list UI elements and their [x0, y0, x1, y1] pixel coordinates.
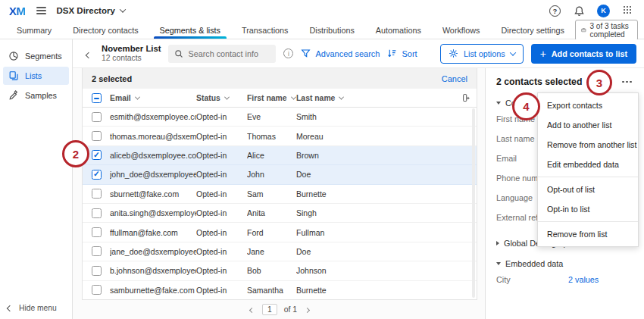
menu-item-add-to-another-list[interactable]: Add to another list — [538, 115, 638, 135]
gear-icon — [449, 48, 458, 58]
page-number[interactable]: 1 — [262, 304, 277, 315]
column-header-last-name[interactable]: Last name — [296, 94, 454, 102]
help-icon[interactable]: ? — [549, 5, 561, 17]
notifications-bell-icon[interactable] — [572, 4, 586, 17]
row-checkbox[interactable] — [92, 189, 102, 199]
row-checkbox[interactable] — [92, 170, 102, 180]
tab-directory-settings[interactable]: Directory settings — [490, 21, 574, 39]
section-embedded-data[interactable]: Embedded data — [496, 259, 633, 268]
row-checkbox[interactable] — [92, 246, 102, 256]
user-avatar[interactable]: K — [597, 5, 610, 17]
sidebar-item-label: Segments — [25, 52, 62, 61]
advanced-search-button[interactable]: Advanced search — [301, 48, 380, 58]
row-checkbox[interactable] — [92, 285, 102, 295]
cell-first-name: Alice — [247, 151, 296, 160]
add-contacts-label: Add contacts to list — [552, 49, 627, 58]
directory-name: DSX Directory — [57, 6, 115, 15]
add-column-icon[interactable] — [454, 93, 477, 103]
row-checkbox[interactable] — [92, 208, 102, 218]
next-page-button[interactable] — [304, 304, 311, 315]
table-row[interactable]: jane_doe@dsxemployee....Opted-inJaneDoe — [83, 242, 477, 261]
row-checkbox[interactable] — [92, 150, 102, 160]
cell-last-name: Singh — [296, 208, 454, 217]
tab-summary[interactable]: Summary — [6, 21, 62, 39]
table-row[interactable]: sburnett@fake.comOpted-inSamBurnette — [83, 185, 477, 204]
cell-email: jane_doe@dsxemployee.... — [110, 247, 196, 256]
cell-status: Opted-in — [196, 247, 247, 256]
cell-email: aliceb@dsxemployee.com — [110, 151, 196, 160]
cell-last-name: Burnette — [296, 189, 454, 199]
tab-segments-lists[interactable]: Segments & lists — [149, 21, 231, 39]
table-row[interactable]: anita.singh@dsxemployee...Opted-inAnitaS… — [83, 204, 477, 223]
contact-details-panel: 2 contacts selected Contact fields First… — [485, 68, 644, 319]
row-checkbox[interactable] — [92, 227, 102, 237]
table-row[interactable]: samburnette@fake.comOpted-inSamanthaBurn… — [83, 281, 477, 300]
annotation-circle-2: 2 — [62, 140, 89, 167]
sidebar-item-segments[interactable]: Segments — [3, 47, 69, 65]
column-header-first-name[interactable]: First name — [247, 94, 296, 102]
more-options-icon[interactable] — [621, 78, 633, 86]
table-scrollbar[interactable] — [472, 108, 475, 298]
table-row[interactable]: thomas.moreau@dsxempl...Opted-inThomasMo… — [83, 127, 477, 145]
lists-icon — [8, 70, 19, 81]
triangle-down-icon — [496, 262, 501, 265]
search-icon — [174, 49, 183, 58]
cell-email: samburnette@fake.com — [110, 286, 196, 295]
row-checkbox[interactable] — [92, 112, 102, 122]
search-input[interactable]: Search contact info — [168, 45, 276, 63]
sidebar-item-samples[interactable]: Samples — [3, 86, 69, 105]
chevron-down-icon — [509, 49, 515, 55]
menu-item-edit-embedded-data[interactable]: Edit embedded data — [538, 155, 638, 174]
directory-switcher[interactable]: DSX Directory — [57, 6, 125, 15]
menu-item-remove-from-another-list[interactable]: Remove from another list — [538, 135, 638, 155]
samples-icon — [8, 90, 19, 101]
tab-distributions[interactable]: Distributions — [299, 21, 364, 39]
embedded-data-value-link[interactable]: 2 values — [568, 275, 599, 284]
cancel-selection-link[interactable]: Cancel — [442, 74, 467, 83]
hamburger-menu-icon[interactable] — [35, 5, 48, 16]
table-row[interactable]: b.johnson@dsxemployee....Opted-inBobJohn… — [83, 261, 477, 280]
search-placeholder: Search contact info — [188, 49, 258, 58]
cell-first-name: John — [247, 170, 296, 179]
triangle-right-icon — [496, 241, 499, 246]
hide-menu-button[interactable]: Hide menu — [8, 304, 57, 312]
top-right-icons: ? K — [549, 4, 635, 17]
back-button[interactable] — [83, 44, 94, 64]
sidebar-item-lists[interactable]: Lists — [3, 67, 69, 85]
apps-grid-icon[interactable] — [621, 4, 635, 17]
menu-item-remove-from-list[interactable]: Remove from list — [538, 224, 638, 244]
sort-button[interactable]: Sort — [387, 48, 417, 58]
sidebar-item-label: Samples — [25, 91, 57, 100]
table-row[interactable]: ffullman@fake.comOpted-inFordFullman — [83, 223, 477, 242]
row-checkbox[interactable] — [92, 131, 102, 141]
tab-transactions[interactable]: Transactions — [231, 21, 299, 39]
table-row[interactable]: john_doe@dsxemployee....Opted-inJohnDoe — [83, 165, 477, 184]
xm-logo: XM — [9, 5, 26, 17]
tab-workflows[interactable]: Workflows — [432, 21, 491, 39]
table-row[interactable]: aliceb@dsxemployee.comOpted-inAliceBrown — [83, 146, 477, 165]
column-header-status[interactable]: Status — [196, 94, 247, 102]
column-header-email[interactable]: Email — [110, 94, 196, 102]
tab-directory-contacts[interactable]: Directory contacts — [62, 21, 148, 39]
cell-email: ffullman@fake.com — [110, 228, 196, 237]
tasks-completed-badge[interactable]: 3 of 3 tasks completed — [575, 20, 638, 41]
cell-first-name: Ford — [247, 228, 296, 237]
menu-group: Export contactsAdd to another listRemove… — [538, 93, 638, 177]
add-contacts-button[interactable]: + Add contacts to list — [531, 44, 636, 64]
select-all-checkbox[interactable] — [92, 93, 102, 103]
cell-first-name: Bob — [247, 266, 296, 275]
tab-automations[interactable]: Automations — [365, 21, 432, 39]
menu-item-opt-out-of-list[interactable]: Opt-out of list — [538, 180, 638, 199]
cell-status: Opted-in — [196, 286, 247, 295]
cell-status: Opted-in — [196, 112, 247, 121]
page: XM DSX Directory ? K SummaryDirectory co… — [0, 0, 644, 319]
menu-item-export-contacts[interactable]: Export contacts — [538, 95, 638, 115]
info-icon[interactable]: i — [283, 48, 293, 58]
menu-item-opt-in-to-list[interactable]: Opt-in to list — [538, 199, 638, 219]
page-of-label: of 1 — [284, 305, 297, 314]
list-options-button[interactable]: List options — [440, 44, 524, 64]
prev-page-button[interactable] — [249, 304, 255, 315]
row-checkbox[interactable] — [92, 266, 102, 276]
cell-status: Opted-in — [196, 189, 247, 199]
table-row[interactable]: esmith@dsxemployee.comOpted-inEveSmith — [83, 108, 477, 127]
